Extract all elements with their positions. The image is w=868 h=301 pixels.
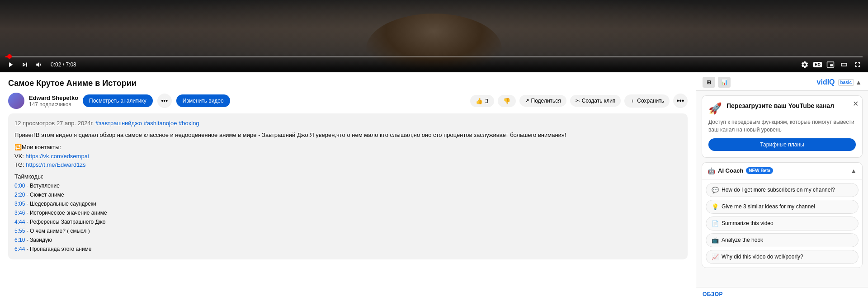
time-display: 0:02 / 7:08 <box>51 61 76 68</box>
ai-suggestion-button[interactable]: 📈Why did this video do well/poorly? <box>706 250 859 264</box>
timecode-link[interactable]: 3:46 <box>14 210 25 216</box>
timecode-link[interactable]: 6:10 <box>14 237 25 243</box>
timecode-link[interactable]: 5:55 <box>14 228 25 234</box>
ai-suggestions: 💬How do I get more subscribers on my cha… <box>702 179 862 268</box>
more-actions-button[interactable]: ••• <box>673 94 688 108</box>
analytics-button[interactable]: Посмотреть аналитику <box>83 94 153 107</box>
ai-coach-section: 🤖 AI Coach NEW Beta ▲ 💬How do I get more… <box>702 162 863 268</box>
promo-description: Доступ к передовым функциям, которые пом… <box>708 118 856 134</box>
next-button[interactable] <box>20 60 30 70</box>
ai-coach-title: 🤖 AI Coach NEW Beta <box>708 167 773 174</box>
subscriber-count: 147 подписчиков <box>29 101 78 108</box>
suggestion-text: Why did this video do well/poorly? <box>722 254 803 260</box>
ai-coach-header: 🤖 AI Coach NEW Beta ▲ <box>702 163 862 179</box>
promo-close-button[interactable]: ✕ <box>853 99 859 108</box>
suggestion-text: How do I get more subscribers on my chan… <box>722 187 835 193</box>
ai-suggestion-button[interactable]: 📺Analyze the hook <box>706 233 859 247</box>
timecode-label: - Сюжет аниме <box>25 192 64 198</box>
vk-link[interactable]: https://vk.com/edsempai <box>26 153 89 160</box>
hd-badge: HD <box>813 62 822 67</box>
timecode-label: - Вступление <box>25 183 59 189</box>
timecode-item: 2:20 - Сюжет аниме <box>14 191 681 199</box>
timecodes-label: Таймкоды: <box>14 172 681 181</box>
promo-title: Перезагрузите ваш YouTube канал <box>726 102 834 109</box>
suggestion-icon: 💡 <box>712 203 719 210</box>
save-icon: ＋ <box>630 97 635 105</box>
ai-suggestion-button[interactable]: 💡Give me 3 similar ideas for my channel <box>706 200 859 214</box>
chart-view-button[interactable]: 📊 <box>718 77 731 88</box>
ai-coach-icon: 🤖 <box>708 167 715 174</box>
timecode-item: 5:55 - О чем аниме? ( смысл ) <box>14 227 681 235</box>
left-panel: Самое Крутое Аниме в Истории Edward Shep… <box>0 72 696 301</box>
theater-button[interactable] <box>839 60 849 70</box>
timecode-label: - Историческое значение аниме <box>25 210 107 216</box>
channel-row: Edward Shepetko 147 подписчиков Посмотре… <box>8 93 688 109</box>
video-controls: 0:02 / 7:08 HD <box>0 54 868 72</box>
save-button[interactable]: ＋ Сохранить <box>624 94 670 108</box>
tg-contact: TG: https://t.me/Edward1zs <box>14 160 681 169</box>
current-time: 0:02 <box>51 61 61 68</box>
right-header: ⊞ 📊 vidIQ basic ▲ <box>696 72 868 91</box>
clip-button[interactable]: ✂ Создать клип <box>570 95 621 107</box>
vidiq-logo: vidIQ basic ▲ <box>817 78 862 86</box>
vidiq-wordmark: vidIQ <box>817 78 835 86</box>
progress-bar[interactable] <box>5 56 863 57</box>
new-beta-badge: NEW Beta <box>746 167 773 174</box>
suggestion-icon: 📈 <box>712 254 719 260</box>
ai-coach-label: AI Coach <box>718 167 743 174</box>
timecode-link[interactable]: 2:20 <box>14 192 25 198</box>
suggestion-icon: 📄 <box>712 220 719 227</box>
description-box: 12 просмотров 27 апр. 2024г. #завтрашний… <box>8 113 688 259</box>
description-meta: 12 просмотров 27 апр. 2024г. #завтрашний… <box>14 119 681 128</box>
timecode-link[interactable]: 0:00 <box>14 183 25 189</box>
promo-header: 🚀 Перезагрузите ваш YouTube канал <box>708 102 856 115</box>
timecode-label: - О чем аниме? ( смысл ) <box>25 228 90 234</box>
timecode-link[interactable]: 4:44 <box>14 219 25 225</box>
view-icons: ⊞ 📊 <box>703 77 731 88</box>
like-button[interactable]: 👍 3 <box>470 95 494 107</box>
vidiq-collapse-button[interactable]: ▲ <box>855 79 862 86</box>
play-button[interactable] <box>5 60 15 70</box>
timecode-item: 6:44 - Пропаганда этого аниме <box>14 245 681 253</box>
timecode-item: 3:46 - Историческое значение аниме <box>14 209 681 217</box>
contacts-label: 🔁Мои контакты: <box>14 143 681 152</box>
video-player: 0:02 / 7:08 HD <box>0 0 868 72</box>
timecodes-section: Таймкоды: 0:00 - Вступление2:20 - Сюжет … <box>14 172 681 254</box>
like-count: 3 <box>485 98 488 104</box>
settings-button[interactable] <box>800 60 810 70</box>
bottom-tab[interactable]: ОБЗОР <box>696 287 868 301</box>
total-time: 7:08 <box>66 61 76 68</box>
channel-name: Edward Shepetko <box>29 94 78 101</box>
timecode-link[interactable]: 3:05 <box>14 201 25 207</box>
timecode-label: - Шедевральные саундреки <box>25 201 96 207</box>
grid-view-button[interactable]: ⊞ <box>703 77 715 88</box>
vidiq-plan-badge: basic <box>838 79 854 86</box>
timecode-item: 0:00 - Вступление <box>14 182 681 190</box>
share-button[interactable]: ↗ Поделиться <box>519 95 566 107</box>
dislike-button[interactable]: 👎 <box>498 95 516 107</box>
timecode-label: - Референсы Завтрашнего Джо <box>25 219 105 225</box>
hashtags[interactable]: #завтрашнийджо #ashitanojoe #boxing <box>95 120 199 127</box>
vk-contact: VK: https://vk.com/edsempai <box>14 152 681 161</box>
thumbs-up-icon: 👍 <box>476 98 483 104</box>
tg-link[interactable]: https://t.me/Edward1zs <box>26 161 85 168</box>
ai-coach-collapse-button[interactable]: ▲ <box>850 167 857 174</box>
promo-card: ✕ 🚀 Перезагрузите ваш YouTube канал Дост… <box>702 95 863 158</box>
more-channel-button[interactable]: ••• <box>157 94 172 108</box>
rocket-icon: 🚀 <box>708 102 722 115</box>
miniplayer-button[interactable] <box>826 60 835 70</box>
timecode-link[interactable]: 6:44 <box>14 246 25 252</box>
ai-suggestion-button[interactable]: 📄Summarize this video <box>706 216 859 230</box>
promo-cta-button[interactable]: Тарифные планы <box>708 138 856 151</box>
ai-suggestion-button[interactable]: 💬How do I get more subscribers on my cha… <box>706 183 859 197</box>
timecode-item: 3:05 - Шедевральные саундреки <box>14 200 681 208</box>
description-contacts: 🔁Мои контакты: VK: https://vk.com/edsemp… <box>14 143 681 169</box>
fullscreen-button[interactable] <box>853 60 863 70</box>
channel-info: Edward Shepetko 147 подписчиков <box>29 94 78 108</box>
view-date: 12 просмотров 27 апр. 2024г. <box>14 120 94 127</box>
suggestion-text: Analyze the hook <box>722 237 763 243</box>
timecode-item: 4:44 - Референсы Завтрашнего Джо <box>14 218 681 226</box>
progress-fill <box>5 56 9 57</box>
mute-button[interactable] <box>34 60 44 70</box>
edit-video-button[interactable]: Изменить видео <box>176 94 230 107</box>
